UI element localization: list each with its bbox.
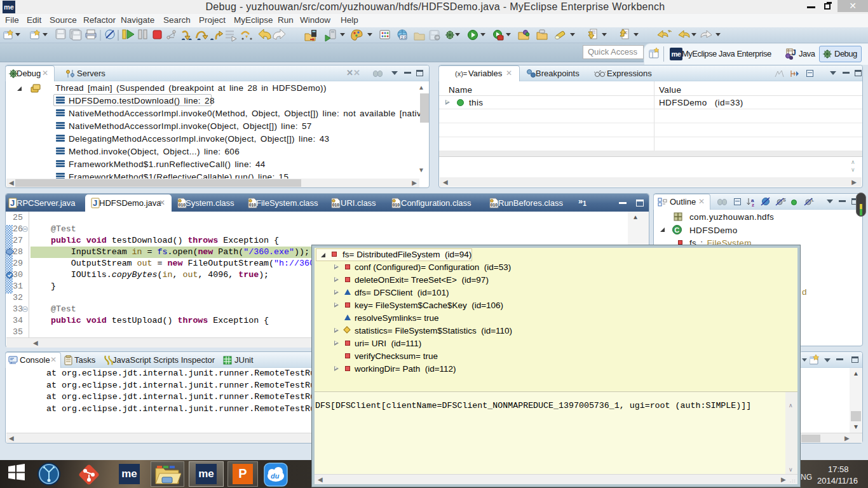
svg-text:S: S <box>783 198 786 202</box>
svg-text:010: 010 <box>332 203 339 207</box>
svg-text:010: 010 <box>249 203 256 207</box>
svg-text:2.0: 2.0 <box>401 36 407 39</box>
svg-text:J: J <box>792 48 796 57</box>
svg-text:du: du <box>271 472 280 480</box>
svg-text:J: J <box>10 198 15 208</box>
svg-text:010: 010 <box>491 203 498 207</box>
svg-text:010: 010 <box>393 203 400 207</box>
svg-text:J: J <box>93 198 97 208</box>
svg-text:L: L <box>811 198 814 202</box>
svg-text:010: 010 <box>179 203 186 207</box>
svg-text:z: z <box>752 202 754 207</box>
